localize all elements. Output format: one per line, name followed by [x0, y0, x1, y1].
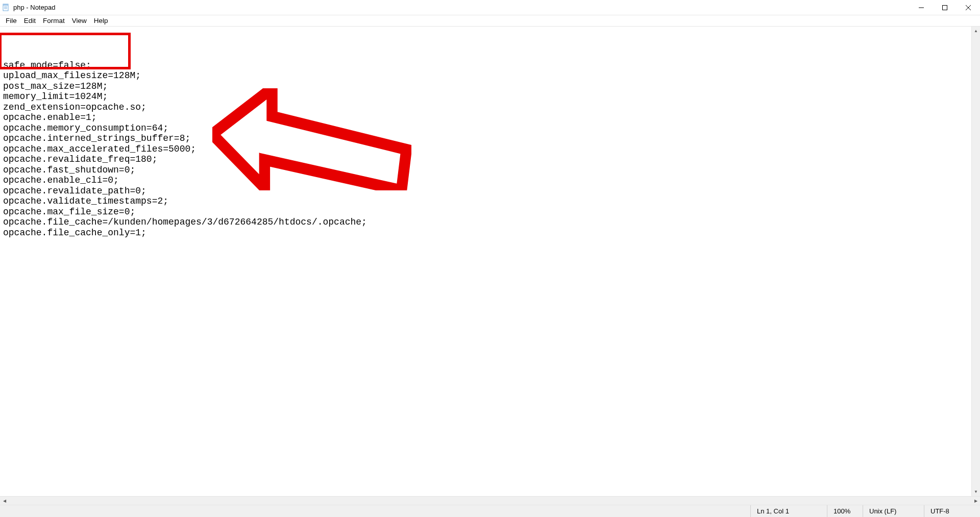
scroll-right-arrow-icon[interactable]: ▶ — [971, 497, 980, 505]
menu-view[interactable]: View — [68, 16, 90, 25]
scroll-up-arrow-icon[interactable]: ▲ — [972, 27, 980, 35]
svg-rect-1 — [3, 4, 8, 6]
editor-line: opcache.fast_shutdown=0; — [3, 165, 971, 176]
scroll-down-arrow-icon[interactable]: ▼ — [972, 487, 980, 496]
editor-line: opcache.enable_cli=0; — [3, 175, 971, 186]
editor-line: post_max_size=128M; — [3, 81, 971, 92]
window-title: php - Notepad — [13, 4, 55, 11]
status-zoom: 100% — [827, 505, 863, 517]
status-encoding: UTF-8 — [924, 505, 980, 517]
maximize-button[interactable] — [933, 0, 957, 15]
window-controls — [910, 0, 980, 15]
notepad-app-icon — [2, 4, 10, 12]
status-bar: Ln 1, Col 1 100% Unix (LF) UTF-8 — [0, 505, 980, 517]
scroll-left-arrow-icon[interactable]: ◀ — [0, 497, 9, 505]
status-position: Ln 1, Col 1 — [750, 505, 827, 517]
minimize-button[interactable] — [910, 0, 933, 15]
editor-line: opcache.revalidate_path=0; — [3, 186, 971, 196]
editor-wrap: safe_mode=false;upload_max_filesize=128M… — [0, 27, 980, 496]
svg-rect-6 — [943, 5, 947, 10]
close-button[interactable] — [957, 0, 980, 15]
editor-line: opcache.file_cache_only=1; — [3, 228, 971, 238]
status-empty — [0, 505, 750, 517]
editor-line: upload_max_filesize=128M; — [3, 70, 971, 81]
editor-line: opcache.enable=1; — [3, 112, 971, 123]
editor-line: opcache.revalidate_freq=180; — [3, 154, 971, 165]
menu-format[interactable]: Format — [39, 16, 68, 25]
title-bar: php - Notepad — [0, 0, 980, 15]
editor-line: memory_limit=1024M; — [3, 91, 971, 102]
editor-line: safe_mode=false; — [3, 60, 971, 71]
editor-line: opcache.memory_consumption=64; — [3, 123, 971, 134]
vertical-scrollbar[interactable]: ▲ ▼ — [971, 27, 980, 496]
editor-line: zend_extension=opcache.so; — [3, 102, 971, 113]
editor-line: opcache.max_file_size=0; — [3, 207, 971, 217]
menu-edit[interactable]: Edit — [20, 16, 39, 25]
menu-file[interactable]: File — [2, 16, 20, 25]
status-line-ending: Unix (LF) — [863, 505, 924, 517]
text-editor[interactable]: safe_mode=false;upload_max_filesize=128M… — [0, 27, 971, 496]
notepad-window: php - Notepad File Edit Format View Help — [0, 0, 980, 517]
editor-line: opcache.max_accelerated_files=5000; — [3, 144, 971, 155]
menu-bar: File Edit Format View Help — [0, 15, 980, 27]
editor-line: opcache.interned_strings_buffer=8; — [3, 133, 971, 144]
editor-line: opcache.file_cache=/kunden/homepages/3/d… — [3, 217, 971, 228]
menu-help[interactable]: Help — [90, 16, 112, 25]
horizontal-scrollbar[interactable]: ◀ ▶ — [0, 496, 980, 505]
editor-line: opcache.validate_timestamps=2; — [3, 196, 971, 207]
